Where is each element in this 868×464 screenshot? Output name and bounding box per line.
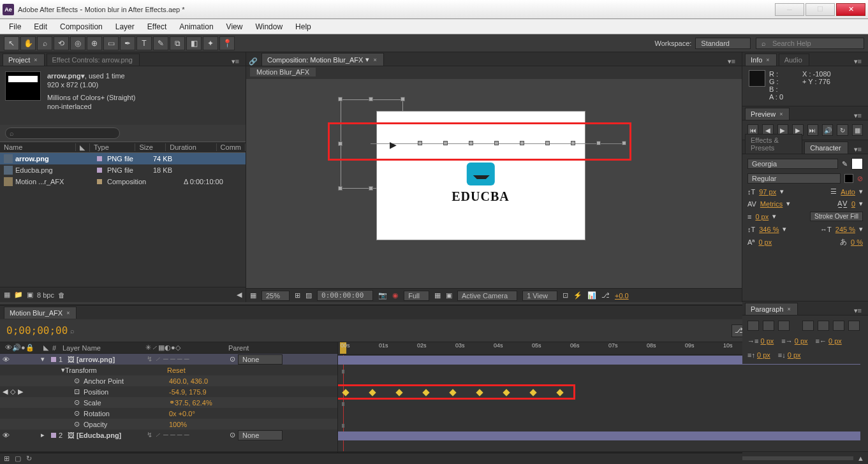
rotation-tool[interactable]: ⟲ — [54, 36, 69, 50]
col-parent[interactable]: Parent — [226, 344, 277, 352]
tracking-value[interactable]: 0 — [851, 200, 855, 208]
hand-tool[interactable]: ✋ — [20, 36, 36, 50]
resize-handle[interactable] — [338, 97, 342, 101]
scale-row[interactable]: ⊙ Scale ⚭ 37.5, 62.4% — [0, 397, 337, 408]
align-right-button[interactable] — [778, 321, 790, 331]
no-stroke-icon[interactable]: ⊘ — [857, 175, 863, 183]
folder-icon[interactable]: 📁 — [14, 291, 23, 299]
menu-view[interactable]: View — [220, 22, 249, 31]
panel-menu-icon[interactable]: ▾≡ — [850, 145, 865, 154]
col-label[interactable]: ◣ — [76, 143, 90, 152]
project-item-arrow[interactable]: arrow.png PNG file 74 KB — [0, 153, 246, 164]
pen-tool[interactable]: ✒ — [120, 36, 135, 50]
rect-tool[interactable]: ▭ — [103, 36, 119, 50]
last-frame-button[interactable]: ⏭ — [807, 124, 818, 136]
align-center-button[interactable] — [763, 321, 774, 331]
window-maximize[interactable]: ☐ — [805, 3, 835, 16]
panel-menu-icon[interactable]: ▾≡ — [850, 112, 865, 120]
close-icon[interactable]: × — [66, 310, 70, 316]
opacity-row[interactable]: ⊙ Opacity 100% — [0, 419, 337, 430]
col-duration[interactable]: Duration — [166, 143, 216, 151]
trash-icon[interactable]: 🗑 — [58, 291, 65, 299]
panel-menu-icon[interactable]: ▾≡ — [850, 307, 865, 315]
grid-icon[interactable]: ▦ — [250, 291, 256, 300]
col-type[interactable]: Type — [90, 143, 135, 151]
resize-handle[interactable] — [369, 97, 373, 101]
menu-layer[interactable]: Layer — [109, 22, 141, 31]
prev-keyframe-icon[interactable]: ◀ — [3, 388, 8, 396]
preview-tab[interactable]: Preview× — [745, 108, 790, 120]
status-icon[interactable]: ⊞ — [4, 454, 10, 463]
comp-breadcrumb[interactable]: Motion Blur_AFX — [250, 68, 316, 76]
close-icon[interactable]: × — [787, 306, 790, 312]
search-help[interactable]: Search Help — [756, 38, 864, 49]
timeline-icon[interactable]: 📊 — [587, 291, 596, 300]
comp-flowchart-icon[interactable]: ⎇ — [601, 291, 610, 300]
camera-dropdown[interactable]: Active Camera — [457, 291, 517, 301]
panel-menu-icon[interactable]: ▾≡ — [850, 57, 865, 66]
paragraph-tab[interactable]: Paragraph× — [745, 303, 798, 315]
zoom-tool[interactable]: ⌕ — [37, 36, 52, 50]
resolution-icon[interactable]: ⊞ — [295, 291, 300, 300]
type-tool[interactable]: T — [136, 36, 152, 50]
roto-tool[interactable]: ✦ — [203, 36, 218, 50]
hscale-value[interactable]: 245 % — [835, 226, 855, 233]
guides-icon[interactable]: ▦ — [434, 291, 441, 300]
justify-all-button[interactable] — [848, 321, 860, 331]
effect-controls-tab[interactable]: Effect Controls: arrow.png — [47, 54, 140, 66]
kerning-value[interactable]: Metrics — [760, 200, 783, 208]
col-comment[interactable]: Comm — [217, 143, 246, 151]
indent-right[interactable]: 0 px — [828, 337, 842, 345]
transform-group[interactable]: ▾ Transform Reset — [0, 365, 337, 375]
puppet-tool[interactable]: 📍 — [219, 36, 235, 50]
baseline-value[interactable]: 0 px — [758, 238, 772, 246]
exposure-value[interactable]: +0.0 — [615, 292, 629, 300]
parent-dropdown[interactable]: None — [238, 430, 283, 440]
col-num[interactable]: # — [50, 344, 60, 352]
space-before[interactable]: 0 px — [757, 351, 770, 359]
leading-value[interactable]: Auto — [841, 188, 855, 196]
panel-menu-icon[interactable]: ▾≡ — [724, 57, 739, 66]
justify-center-button[interactable] — [818, 321, 829, 331]
camera-tool[interactable]: ◎ — [70, 36, 85, 50]
close-icon[interactable]: × — [779, 111, 783, 117]
search-icon[interactable]: ⌕ — [70, 327, 75, 335]
align-left-button[interactable] — [747, 321, 759, 331]
timeline-tab[interactable]: Motion Blur_AFX× — [4, 307, 77, 319]
stroke-width-value[interactable]: 0 px — [755, 213, 769, 221]
loop-button[interactable]: ↻ — [837, 124, 848, 136]
resize-handle[interactable] — [369, 186, 373, 191]
font-style-dropdown[interactable]: Regular — [747, 173, 841, 184]
pixel-aspect-icon[interactable]: ⊡ — [563, 291, 568, 300]
menu-file[interactable]: File — [3, 22, 27, 31]
effects-presets-tab[interactable]: Effects & Presets — [745, 134, 802, 154]
parent-dropdown[interactable]: None — [238, 354, 283, 365]
col-name[interactable]: Name — [0, 143, 76, 151]
menu-help[interactable]: Help — [289, 22, 318, 31]
info-tab[interactable]: Info× — [745, 54, 777, 66]
justify-left-button[interactable] — [802, 321, 814, 331]
bpc-label[interactable]: 8 bpc — [37, 291, 54, 299]
composition-tab[interactable]: Composition: Motion Blur_AFX ▾× — [261, 53, 384, 66]
timeline-layer-1[interactable]: 👁▾ 1 🖼 [arrow.png] ↯ ⟋ ─ ─ ─ ─ ⊙ None — [0, 354, 337, 365]
window-minimize[interactable]: ─ — [775, 3, 804, 16]
comp-link-icon[interactable]: 🔗 — [249, 57, 258, 66]
close-icon[interactable]: × — [766, 57, 769, 63]
position-row[interactable]: ◀◇▶ ⊡ Position -54.9, 175.9 — [0, 386, 337, 397]
new-comp-icon[interactable]: ▣ — [27, 291, 33, 299]
rotation-row[interactable]: ⊙ Rotation 0x +0.0° — [0, 408, 337, 419]
workspace-dropdown[interactable]: Standard — [695, 38, 751, 49]
eyedropper-icon[interactable]: ✎ — [842, 160, 848, 168]
menu-window[interactable]: Window — [249, 22, 289, 31]
selection-tool[interactable]: ↖ — [4, 36, 19, 50]
indent-first[interactable]: 0 px — [795, 337, 808, 345]
close-icon[interactable]: × — [34, 57, 37, 63]
scroll-left-icon[interactable]: ◀ — [237, 291, 242, 299]
project-search-input[interactable] — [5, 127, 120, 139]
view-dropdown[interactable]: 1 View — [522, 291, 557, 301]
layer-bar[interactable] — [338, 431, 860, 440]
mask-icon[interactable]: ▣ — [446, 291, 452, 300]
project-item-comp[interactable]: Motion ...r_AFX Composition Δ 0:00:10:00 — [0, 176, 246, 187]
panel-menu-icon[interactable]: ▾≡ — [228, 57, 243, 66]
col-layer-name[interactable]: Layer Name — [60, 344, 143, 352]
